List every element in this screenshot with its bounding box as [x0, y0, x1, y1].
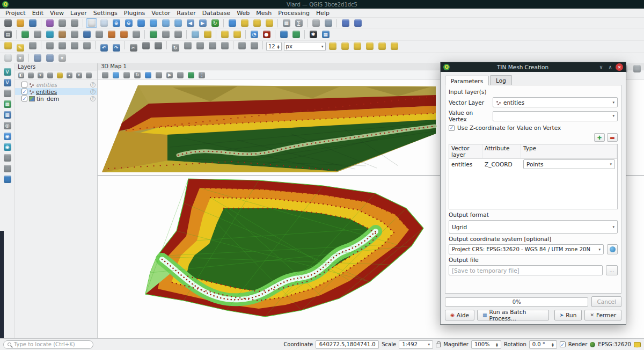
open-attribute-table-icon[interactable]: ▦ [281, 18, 292, 28]
remove-layer-icon[interactable] [84, 71, 93, 79]
redo-icon[interactable]: ↷ [111, 43, 122, 53]
menu-help[interactable]: Help [313, 9, 333, 17]
add-xyz-layer-icon[interactable] [130, 30, 142, 39]
pin-labels-icon[interactable] [340, 41, 351, 51]
add-part-icon[interactable] [207, 41, 218, 50]
tab-parameters[interactable]: Parameters [445, 76, 489, 85]
rotate-feature-icon[interactable]: ↻ [170, 43, 181, 53]
paste-style-icon[interactable] [44, 53, 55, 63]
add-mesh-layer-icon[interactable] [44, 30, 55, 39]
current-edits-icon[interactable] [2, 41, 13, 50]
web-services-icon[interactable]: ◉ [2, 132, 13, 141]
record-mode-icon[interactable]: ● [261, 30, 272, 39]
identify-3d-icon[interactable] [143, 71, 153, 79]
field-calculator-icon[interactable]: ∑ [293, 18, 304, 28]
geometry-checker-icon[interactable] [2, 89, 13, 98]
value-on-vertex-combo[interactable]: ▾ [493, 111, 618, 121]
metasearch-icon[interactable]: ◉ [2, 142, 13, 152]
undo-icon[interactable]: ↶ [98, 43, 109, 53]
tab-log[interactable]: Log [490, 75, 512, 85]
style-dropdown-icon[interactable]: ▾ [56, 53, 68, 63]
refresh-map-icon[interactable]: ↻ [209, 18, 221, 28]
split-features-icon[interactable] [248, 41, 260, 50]
datasource-manager-icon[interactable]: ▤ [2, 30, 13, 39]
zoom-out-icon[interactable]: ⊖ [123, 18, 134, 28]
offset-curve-icon[interactable] [236, 41, 247, 50]
lock-scale-icon[interactable] [436, 344, 441, 347]
layer-diagrams-icon[interactable] [231, 30, 243, 39]
menu-settings[interactable]: Settings [90, 9, 121, 17]
select-tool-icon[interactable] [2, 53, 13, 63]
plugin-manager-icon[interactable] [290, 30, 302, 39]
set-view-top-icon[interactable] [122, 71, 131, 79]
select-by-expression-icon[interactable] [251, 18, 262, 28]
processing-panel-icon[interactable] [2, 174, 13, 184]
open-project-icon[interactable] [14, 18, 26, 28]
identify-features-icon[interactable] [226, 18, 238, 28]
add-point-feature-icon[interactable] [44, 41, 55, 50]
layer-indicator-icon[interactable]: ? [90, 96, 96, 101]
animations-3d-icon[interactable]: ▶ [165, 71, 174, 79]
menu-raster[interactable]: Raster [173, 9, 199, 17]
filter-by-expression-icon[interactable] [55, 71, 64, 79]
add-raster-layer-icon[interactable] [32, 30, 43, 39]
expand-all-icon[interactable]: ▴ [65, 71, 74, 79]
output-file-input[interactable]: [Save to temporary file] [449, 265, 603, 275]
menu-processing[interactable]: Processing [275, 9, 313, 17]
zoom-full-3d-icon[interactable] [111, 71, 121, 79]
deselect-all-icon[interactable] [264, 18, 275, 28]
layer-indicator-icon[interactable]: ? [90, 82, 96, 88]
cut-features-icon[interactable]: ✂ [128, 43, 139, 53]
options-3d-icon[interactable]: ⋮ [197, 71, 207, 79]
dialog-menu-icon[interactable]: ∨ [597, 63, 605, 71]
menu-mesh[interactable]: Mesh [253, 9, 275, 17]
filter-legend-icon[interactable] [46, 71, 54, 79]
add-point-cloud-layer-icon[interactable] [56, 30, 68, 39]
processing-toolbox-icon[interactable]: ▦ [320, 30, 331, 39]
collapse-all-icon[interactable]: ▾ [75, 71, 83, 79]
python-console-icon[interactable] [278, 30, 289, 39]
render-checkbox[interactable] [560, 341, 566, 347]
select-crs-button[interactable] [607, 244, 618, 254]
layout-manager-icon[interactable] [69, 18, 80, 28]
copy-features-icon[interactable] [140, 41, 151, 50]
menu-vector[interactable]: Vector [148, 9, 173, 17]
spin-arrows-icon[interactable]: ▲▼ [496, 342, 498, 347]
select-tool-dropdown-icon[interactable]: ▾ [14, 53, 26, 63]
new-scratch-layer-icon[interactable] [172, 30, 184, 39]
font-size-spinbox[interactable]: 12 ▲▼ [266, 42, 282, 51]
new-project-icon[interactable] [2, 18, 13, 28]
vector-edit-icon[interactable]: V [2, 78, 13, 88]
change-label-icon[interactable] [389, 41, 400, 51]
run-button[interactable]: ➤ Run [554, 310, 582, 320]
menu-view[interactable]: View [47, 9, 67, 17]
measure-line-icon[interactable] [310, 18, 321, 28]
vertex-tool-icon[interactable] [81, 41, 92, 50]
menu-web[interactable]: Web [233, 9, 253, 17]
pan-to-selection-icon[interactable] [98, 18, 109, 28]
style-manager-icon[interactable] [44, 18, 55, 28]
layer-labeling-icon[interactable] [219, 30, 230, 39]
dock-icon[interactable] [631, 64, 642, 74]
menu-edit[interactable]: Edit [29, 9, 47, 17]
add-vector-layer-icon[interactable] [19, 30, 31, 39]
show-bookmarks-icon[interactable] [352, 18, 363, 28]
add-group-icon[interactable] [26, 71, 35, 79]
cancel-button[interactable]: Cancel [591, 296, 621, 307]
offline-editing-icon[interactable] [2, 153, 13, 163]
delete-selected-icon[interactable] [69, 41, 80, 50]
output-format-combo[interactable]: Ugrid ▾ [449, 220, 618, 234]
layer-visibility-checkbox[interactable] [21, 82, 27, 88]
crs-badge[interactable]: EPSG:32620 [598, 341, 631, 347]
temporal-controller-icon[interactable]: ◔ [248, 30, 260, 39]
reshape-features-icon[interactable] [219, 41, 230, 50]
help-button[interactable]: ◉ Aide [445, 310, 474, 320]
magnifier-spinbox[interactable]: 100% ▲▼ [471, 340, 501, 349]
new-bookmark-icon[interactable] [340, 18, 351, 28]
manage-map-themes-icon[interactable]: ▾ [36, 71, 45, 79]
pan-map-icon[interactable] [86, 18, 97, 28]
new-print-layout-icon[interactable] [56, 18, 68, 28]
locate-input[interactable]: Type to locate (Ctrl+K) [3, 340, 93, 349]
copy-style-icon[interactable] [32, 53, 43, 63]
statistical-summary-icon[interactable] [323, 18, 334, 28]
